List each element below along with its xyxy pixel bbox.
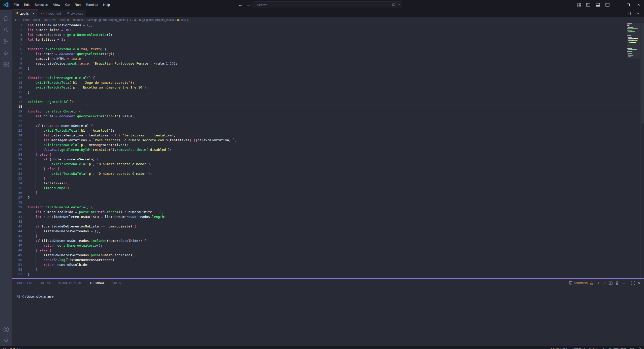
code-line: 39function gerarNumeroAleatorio() {	[12, 205, 644, 210]
indent-guide	[28, 61, 28, 66]
tab-index.html[interactable]: <>index.html	[38, 10, 64, 17]
status-[interactable]: {} JavaScript	[609, 347, 626, 349]
line-number: 16	[12, 95, 22, 99]
search-icon[interactable]	[0, 24, 12, 36]
editor-scrollbar[interactable]	[640, 23, 644, 278]
line-number: 23	[12, 128, 22, 133]
line-number: 38	[12, 200, 22, 205]
line-text: let palavraTentativa = tentativas > 1 ? …	[22, 133, 176, 138]
chat-icon[interactable]	[392, 3, 396, 7]
menu-file[interactable]: File	[11, 0, 21, 10]
breadcrumb-item[interactable]: victor	[33, 18, 41, 22]
source-control-icon[interactable]	[0, 36, 12, 47]
breadcrumb-symbol[interactable]: ...	[192, 18, 196, 22]
chevron-down-icon[interactable]	[397, 4, 400, 6]
problems-badge[interactable]: ⊗0 ⚠0	[10, 347, 21, 349]
code-line: 35 limparCampo();	[12, 186, 644, 190]
status-lf[interactable]: LF	[602, 347, 605, 349]
line-text: exibirTextoNaTela('p', 'O número secreto…	[22, 162, 152, 166]
line-text: limparCampo();	[22, 186, 71, 190]
breadcrumb-item[interactable]: Área de Trabalho	[59, 18, 83, 22]
menu-terminal[interactable]: Terminal	[83, 0, 101, 10]
new-terminal-icon[interactable]: ＋	[596, 280, 600, 286]
menu-go[interactable]: Go	[63, 0, 72, 10]
panel-tab-debug-console[interactable]: DEBUG CONSOLE	[58, 279, 83, 287]
warning-icon	[590, 281, 593, 285]
panel-tab-output[interactable]: OUTPUT	[40, 279, 52, 287]
code-line: 36 }	[12, 190, 644, 195]
breadcrumb-item[interactable]: OneDrive	[43, 18, 57, 22]
minimap[interactable]	[627, 23, 640, 58]
chevron-right-icon: ›	[131, 18, 134, 21]
split-terminal-icon[interactable]	[609, 281, 612, 285]
panel-tab-terminal[interactable]: TERMINAL	[90, 279, 105, 287]
run-debug-icon[interactable]	[0, 47, 12, 59]
accounts-icon[interactable]	[0, 324, 12, 335]
tab-style.css[interactable]: #style.css	[64, 10, 86, 17]
split-editor-icon[interactable]	[627, 12, 631, 15]
panel-tab-ports[interactable]: PORTS	[111, 279, 121, 287]
customize-layout-icon[interactable]	[577, 3, 581, 7]
minimize-button[interactable]	[612, 0, 623, 10]
line-number: 35	[12, 186, 22, 190]
extensions-icon[interactable]	[0, 59, 12, 71]
tab-label: index.html	[46, 12, 61, 15]
remote-indicator[interactable]: ><	[3, 348, 6, 349]
toggle-primary-sidebar-icon[interactable]	[586, 3, 590, 7]
panel-more-icon[interactable]: ⋯	[622, 281, 625, 285]
maximize-panel-icon[interactable]	[631, 281, 635, 285]
restore-button[interactable]	[623, 0, 633, 10]
toggle-panel-icon[interactable]	[596, 3, 600, 7]
terminal-shell-badge[interactable]: powershell	[569, 281, 593, 285]
code-editor[interactable]: 1let listaDeNumerosSorteados = [];2let n…	[12, 23, 644, 278]
status-bar: >< ⊗0 ⚠0 Ln 18, Col 1Spaces: 4UTF-8LF{} …	[0, 346, 644, 349]
code-line: 42	[12, 219, 644, 224]
menu-run[interactable]: Run	[72, 0, 83, 10]
line-text: listaDeNumerosSorteados.push(numeroEscol…	[22, 253, 134, 257]
indent-guide	[28, 176, 28, 181]
breadcrumb-item[interactable]: C:	[15, 18, 19, 22]
menu-view[interactable]: View	[51, 0, 63, 10]
more-actions-icon[interactable]: ⋯	[635, 11, 639, 16]
kill-terminal-trash-icon[interactable]	[616, 281, 619, 285]
line-number: 34	[12, 181, 22, 186]
terminal-dropdown-icon[interactable]	[603, 282, 606, 284]
code-line: 15}	[12, 90, 644, 95]
terminal-output[interactable]: PS C:\Users\victor>	[12, 287, 644, 299]
close-panel-icon[interactable]: ×	[638, 281, 640, 285]
line-number: 25	[12, 138, 22, 142]
indent-guide	[28, 85, 28, 90]
notifications-bell-icon[interactable]	[638, 347, 641, 349]
menu-help[interactable]: Help	[101, 0, 112, 10]
code-line: 21	[12, 119, 644, 123]
breadcrumb-item[interactable]: 3386-git-github-projeto_inicial	[134, 18, 174, 22]
indent-guide	[28, 147, 28, 152]
search-input[interactable]: Search	[253, 2, 402, 8]
forward-arrow-icon[interactable]: →	[247, 3, 251, 7]
line-text: exibirTextoNaTela('p', 'Escolha um númer…	[22, 85, 148, 90]
toggle-secondary-sidebar-icon[interactable]	[605, 3, 609, 7]
line-text: exibirMensagemInicial();	[22, 99, 75, 104]
close-tab-icon[interactable]: ×	[33, 11, 35, 15]
menu-selection[interactable]: Selection	[32, 0, 50, 10]
close-button[interactable]: ×	[633, 0, 644, 10]
settings-gear-icon[interactable]: ⚙	[0, 335, 12, 346]
breadcrumb-file[interactable]: app.js	[180, 18, 190, 22]
back-arrow-icon[interactable]: ←	[238, 3, 242, 7]
indent-guide	[36, 253, 36, 257]
tab-app.js[interactable]: JSapp.js×	[12, 10, 38, 17]
indent-guide	[28, 157, 28, 162]
menu-edit[interactable]: Edit	[21, 0, 32, 10]
panel-tab-problems[interactable]: PROBLEMS	[17, 279, 34, 287]
breadcrumb-item[interactable]: Users	[21, 18, 30, 22]
status-utf8[interactable]: UTF-8	[589, 347, 598, 349]
line-text: }	[22, 272, 30, 277]
line-number: 30	[12, 162, 22, 166]
line-text: }	[22, 176, 45, 181]
status-ln[interactable]: Ln 18, Col 1	[551, 347, 568, 349]
breadcrumb-item[interactable]: 3386-git-github-projeto_inicial (1)	[86, 18, 131, 22]
explorer-icon[interactable]	[0, 13, 12, 24]
copilot-icon[interactable]	[630, 347, 634, 349]
editor-tab-bar: JSapp.js×<>index.html#style.css ⋯	[12, 10, 644, 17]
status-spaces[interactable]: Spaces: 4	[571, 347, 585, 349]
